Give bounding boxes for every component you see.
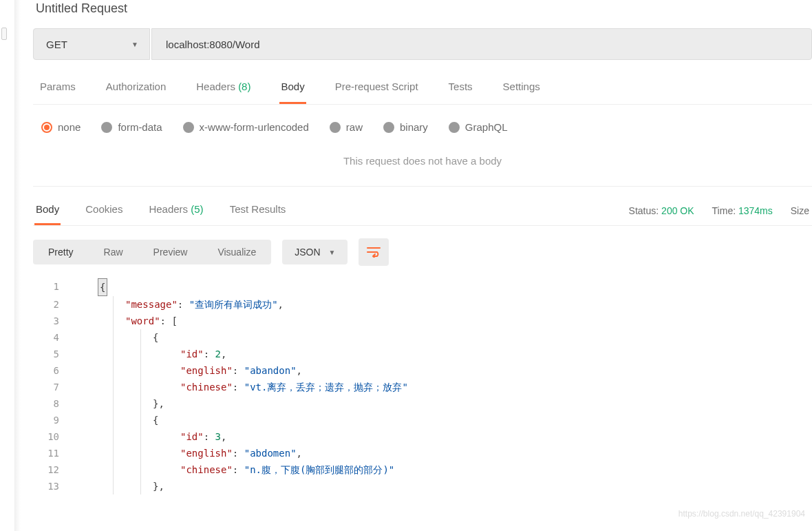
- radio-graphql[interactable]: GraphQL: [449, 121, 508, 133]
- format-select[interactable]: JSON ▼: [282, 240, 348, 264]
- radio-icon: [330, 122, 341, 133]
- code-line: 10"id": 3,: [33, 428, 812, 445]
- request-tabs: Params Authorization Headers (8) Body Pr…: [33, 74, 812, 105]
- line-number: 9: [33, 412, 72, 428]
- left-panel-edge: [0, 0, 15, 531]
- code-line: 12"chinese": "n.腹，下腹(胸部到腿部的部分)": [33, 461, 812, 478]
- code-line: 6"english": "abandon",: [33, 362, 812, 379]
- time-block: Time: 1374ms: [712, 205, 773, 216]
- code-line: 5"id": 2,: [33, 346, 812, 362]
- line-number: 7: [33, 379, 72, 395]
- code-content: "id": 2,: [72, 346, 226, 362]
- tab-settings[interactable]: Settings: [502, 74, 542, 104]
- line-number: 13: [33, 478, 72, 494]
- code-line: 13},: [33, 478, 812, 494]
- radio-form-data[interactable]: form-data: [101, 121, 162, 133]
- wrap-icon: [367, 247, 381, 258]
- line-number: 3: [33, 313, 72, 329]
- code-content: "id": 3,: [72, 428, 226, 445]
- url-input[interactable]: [151, 28, 812, 60]
- response-tabs: Body Cookies Headers (5) Test Results: [33, 196, 287, 225]
- radio-raw[interactable]: raw: [330, 121, 363, 133]
- code-line: 9{: [33, 412, 812, 428]
- resp-tab-tests[interactable]: Test Results: [228, 196, 288, 225]
- code-content: "english": "abandon",: [72, 362, 302, 379]
- http-method-select[interactable]: GET ▼: [33, 28, 150, 60]
- code-content: },: [72, 395, 164, 412]
- tab-tests[interactable]: Tests: [447, 74, 474, 104]
- radio-urlencoded[interactable]: x-www-form-urlencoded: [183, 121, 309, 133]
- time-value: 1374ms: [738, 205, 773, 216]
- line-number: 5: [33, 346, 72, 362]
- size-block: Size: [791, 205, 809, 216]
- tab-body[interactable]: Body: [279, 74, 306, 104]
- status-value: 200 OK: [661, 205, 694, 216]
- response-body-json[interactable]: 1{2"message": "查询所有单词成功",3"word": [4{5"i…: [33, 278, 812, 494]
- method-label: GET: [46, 39, 67, 50]
- code-content: "word": [: [72, 313, 178, 329]
- resp-tab-body[interactable]: Body: [34, 196, 61, 225]
- shadow: [15, 0, 21, 531]
- view-visualize[interactable]: Visualize: [202, 240, 271, 264]
- view-raw[interactable]: Raw: [89, 240, 138, 264]
- view-mode-tabs: Pretty Raw Preview Visualize: [33, 240, 271, 264]
- radio-icon: [41, 122, 52, 133]
- status-block: Status: 200 OK: [629, 205, 694, 216]
- resp-tab-cookies[interactable]: Cookies: [84, 196, 124, 225]
- tab-params[interactable]: Params: [39, 74, 77, 104]
- wrap-lines-button[interactable]: [359, 238, 389, 266]
- request-title: Untitled Request: [33, 1, 812, 16]
- tab-authorization[interactable]: Authorization: [105, 74, 168, 104]
- line-number: 10: [33, 428, 72, 445]
- line-number: 2: [33, 296, 72, 313]
- code-line: 2"message": "查询所有单词成功",: [33, 296, 812, 313]
- tab-prerequest[interactable]: Pre-request Script: [334, 74, 420, 104]
- code-content: },: [72, 478, 164, 494]
- line-number: 12: [33, 461, 72, 478]
- tab-headers-label: Headers: [196, 81, 235, 92]
- code-content: "english": "abdomen",: [72, 445, 302, 461]
- code-content: {: [72, 278, 107, 296]
- code-line: 3"word": [: [33, 313, 812, 329]
- panel-resize-handle[interactable]: [1, 28, 7, 40]
- radio-icon: [101, 122, 112, 133]
- line-number: 8: [33, 395, 72, 412]
- code-line: 7"chinese": "vt.离弃，丢弃；遗弃，抛弃；放弃": [33, 379, 812, 395]
- radio-icon: [449, 122, 460, 133]
- tab-headers[interactable]: Headers (8): [195, 74, 252, 104]
- resp-tab-headers[interactable]: Headers (5): [147, 196, 204, 225]
- view-pretty[interactable]: Pretty: [33, 240, 89, 264]
- radio-icon: [383, 122, 394, 133]
- code-line: 4{: [33, 329, 812, 346]
- body-type-radios: none form-data x-www-form-urlencoded raw…: [33, 118, 812, 147]
- watermark: https://blog.csdn.net/qq_42391904: [679, 509, 805, 519]
- radio-binary[interactable]: binary: [383, 121, 428, 133]
- code-content: "chinese": "vt.离弃，丢弃；遗弃，抛弃；放弃": [72, 379, 408, 395]
- code-content: {: [72, 329, 158, 346]
- radio-icon: [183, 122, 194, 133]
- line-number: 11: [33, 445, 72, 461]
- code-content: "chinese": "n.腹，下腹(胸部到腿部的部分)": [72, 461, 394, 478]
- code-line: 1{: [33, 278, 812, 296]
- view-preview[interactable]: Preview: [138, 240, 203, 264]
- line-number: 4: [33, 329, 72, 346]
- radio-none[interactable]: none: [41, 121, 81, 133]
- code-line: 11"english": "abdomen",: [33, 445, 812, 461]
- line-number: 1: [33, 278, 72, 296]
- tab-headers-count: (8): [238, 81, 250, 92]
- chevron-down-icon: ▼: [131, 41, 138, 48]
- no-body-message: This request does not have a body: [33, 147, 812, 187]
- code-content: "message": "查询所有单词成功",: [72, 296, 284, 313]
- line-number: 6: [33, 362, 72, 379]
- chevron-down-icon: ▼: [329, 249, 336, 256]
- code-line: 8},: [33, 395, 812, 412]
- code-content: {: [72, 412, 158, 428]
